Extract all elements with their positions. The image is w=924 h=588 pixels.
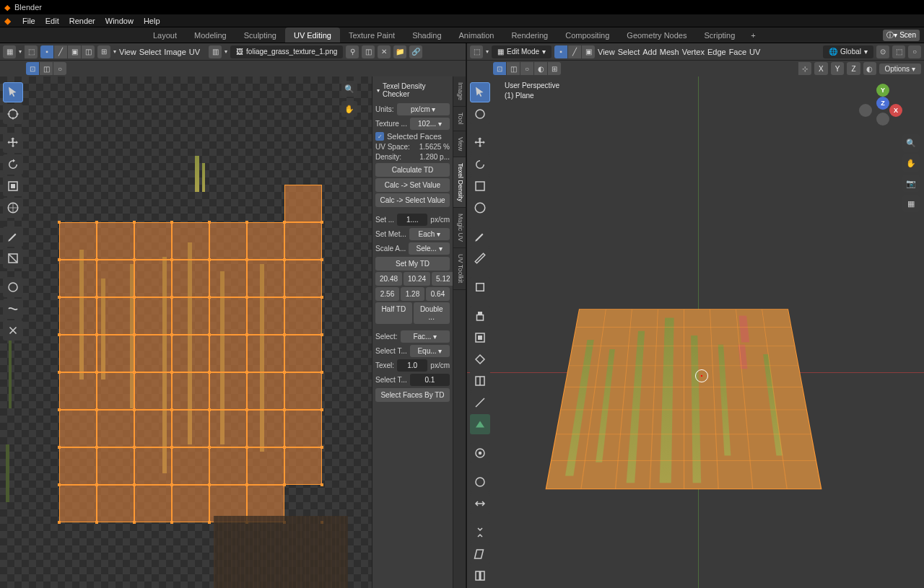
sync-selection-icon[interactable]: ⬚ (25, 45, 38, 58)
tab-geometry-nodes[interactable]: Geometry Nodes (618, 27, 695, 43)
uv-viewport[interactable]: // generated below (0, 76, 466, 588)
tab-sculpting[interactable]: Sculpting (235, 27, 285, 43)
rip-tool[interactable] (3, 248, 23, 268)
calculate-td-button[interactable]: Calculate TD (375, 163, 450, 177)
3d-menu-mesh[interactable]: Mesh (660, 48, 679, 56)
annotate-tool[interactable] (3, 227, 23, 247)
inset-tool[interactable] (470, 328, 490, 348)
tab-modeling[interactable]: Modeling (186, 27, 235, 43)
edge-slide-tool[interactable] (470, 493, 490, 514)
pinch-tool[interactable] (3, 320, 23, 341)
scale-tool-3d[interactable] (470, 176, 490, 196)
preset-0-button[interactable]: 0.64 (426, 287, 450, 301)
texel-value-field[interactable]: 1.0 (397, 359, 427, 372)
plane-mesh[interactable] (546, 309, 822, 489)
add-cube-tool[interactable] (470, 277, 490, 297)
set-value-field[interactable]: 1.... (397, 214, 427, 226)
set-method-dropdown[interactable]: Each ▾ (409, 228, 450, 240)
texture-dropdown[interactable]: 102... ▾ (410, 118, 450, 130)
proportional-3d-icon[interactable]: ○ (908, 45, 921, 58)
knife-tool[interactable] (470, 392, 490, 413)
tab-texture-paint[interactable]: Texture Paint (340, 27, 404, 43)
vertex-mode-icon[interactable]: ▪ (554, 45, 567, 58)
transform-tool[interactable] (3, 198, 23, 218)
gizmo-toggle-icon[interactable]: ⊹ (798, 62, 811, 75)
select-dropdown[interactable]: Fac... ▾ (401, 330, 450, 343)
face-mode-icon[interactable]: ▣ (582, 45, 595, 58)
camera-icon[interactable]: 📷 (902, 175, 920, 192)
overlay-toggle-1[interactable]: ⊡ (493, 62, 506, 75)
gizmo-z-axis[interactable]: Z (876, 97, 889, 110)
mode-dropdown[interactable]: ▦ Edit Mode ▾ (492, 45, 552, 58)
select-tool-3d[interactable] (470, 82, 490, 102)
cursor-tool[interactable] (3, 104, 23, 124)
3d-menu-face[interactable]: Face (729, 48, 746, 56)
smooth-tool[interactable] (470, 472, 490, 492)
cursor-tool-3d[interactable] (470, 104, 490, 124)
orientation-dropdown[interactable]: 🌐 Global ▾ (823, 45, 873, 58)
pivot-3d-icon[interactable]: ⊙ (876, 45, 889, 58)
add-workspace-button[interactable]: + (744, 27, 762, 43)
double-td-button[interactable]: Double ... (414, 302, 450, 324)
annotate-tool-3d[interactable] (470, 227, 490, 247)
tab-animation[interactable]: Animation (450, 27, 503, 43)
pin-icon[interactable]: ⚲ (346, 45, 359, 58)
gizmo-neg-x[interactable] (859, 104, 872, 117)
scale-tool[interactable] (3, 176, 23, 196)
gizmo-neg-y[interactable] (876, 113, 889, 126)
measure-tool[interactable] (470, 248, 490, 268)
shrink-fatten-tool[interactable] (470, 522, 490, 543)
half-td-button[interactable]: Half TD (375, 302, 412, 324)
scale-dropdown[interactable]: Sele... ▾ (409, 242, 450, 255)
tab-magic-uv[interactable]: Magic UV (453, 208, 466, 248)
3d-menu-view[interactable]: View (598, 48, 615, 56)
viewport-3d[interactable]: User Perspective (1) Plane (467, 76, 924, 588)
select-faces-by-td-button[interactable]: Select Faces By TD (375, 388, 450, 402)
spin-tool[interactable] (470, 443, 490, 463)
select-tool[interactable] (3, 82, 23, 102)
uv-menu-uv[interactable]: UV (189, 48, 200, 56)
menu-edit[interactable]: Edit (45, 17, 59, 25)
preset-10-button[interactable]: 10.24 (404, 272, 430, 286)
menu-window[interactable]: Window (105, 17, 134, 25)
tab-compositing[interactable]: Compositing (557, 27, 618, 43)
edge-select-icon[interactable]: ╱ (54, 45, 67, 58)
3d-menu-select[interactable]: Select (618, 48, 640, 56)
edge-mode-icon[interactable]: ╱ (568, 45, 581, 58)
perspective-icon[interactable]: ▦ (902, 195, 920, 212)
tab-image[interactable]: Image (453, 76, 466, 107)
selected-faces-checkbox[interactable]: ✓ Selected Faces (375, 132, 450, 141)
proportional-icon[interactable]: ○ (53, 62, 66, 75)
select-type-dropdown[interactable]: Equ... ▾ (410, 345, 450, 357)
face-select-icon[interactable]: ▣ (68, 45, 81, 58)
transform-tool-3d[interactable] (470, 198, 490, 218)
pan-icon[interactable]: ✋ (902, 154, 920, 172)
bevel-tool[interactable] (470, 349, 490, 369)
overlay-toggle-5[interactable]: ⊞ (548, 62, 561, 75)
vertex-select-icon[interactable]: ▪ (40, 45, 53, 58)
set-my-td-button[interactable]: Set My TD (375, 257, 450, 271)
gizmo-y-axis[interactable]: Y (876, 84, 889, 97)
units-dropdown[interactable]: px/cm ▾ (397, 103, 450, 115)
menu-render[interactable]: Render (69, 17, 95, 25)
rotate-tool-3d[interactable] (470, 154, 490, 175)
overlay-toggle-2[interactable]: ◫ (507, 62, 520, 75)
relax-tool[interactable] (3, 299, 23, 319)
3d-menu-vertex[interactable]: Vertex (682, 48, 705, 56)
move-tool-3d[interactable] (470, 133, 490, 153)
rip-region-tool[interactable] (470, 566, 490, 586)
shading-icon[interactable]: ◐ (863, 62, 876, 75)
linked-icon[interactable]: 🔗 (409, 45, 422, 58)
calc-set-button[interactable]: Calc -> Set Value (375, 178, 450, 192)
tab-texel-density[interactable]: Texel Density (453, 157, 466, 209)
snap-icon[interactable]: ◫ (40, 62, 53, 75)
zoom-icon[interactable]: 🔍 (902, 134, 920, 152)
tab-tool[interactable]: Tool (453, 107, 466, 131)
nav-gizmo[interactable]: Y Z X (862, 84, 902, 124)
3d-menu-add[interactable]: Add (642, 48, 657, 56)
tab-view[interactable]: View (453, 131, 466, 157)
calc-select-button[interactable]: Calc -> Select Value (375, 193, 450, 207)
axis-y-button[interactable]: Y (831, 62, 845, 75)
close-image-icon[interactable]: ✕ (378, 45, 391, 58)
panel-title[interactable]: ▾ Texel Density Checker (375, 79, 450, 101)
